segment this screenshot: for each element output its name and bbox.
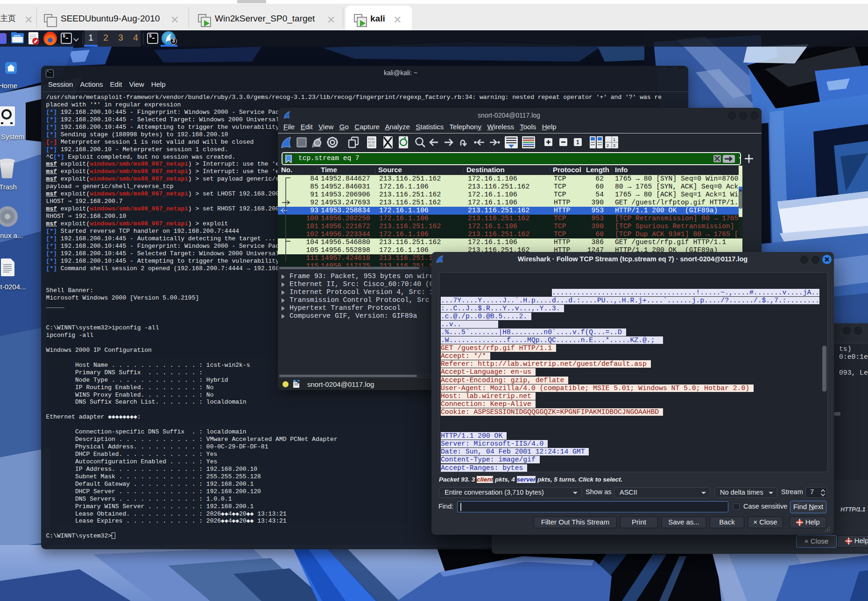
svg-text:1: 1 — [576, 139, 579, 146]
svg-text:1: 1 — [613, 137, 615, 142]
svg-text:0101: 0101 — [368, 137, 375, 140]
svg-text:0110: 0110 — [368, 140, 375, 144]
svg-text:2: 2 — [607, 143, 609, 148]
svg-text:1011: 1011 — [368, 144, 375, 147]
svg-text:3: 3 — [613, 143, 615, 148]
